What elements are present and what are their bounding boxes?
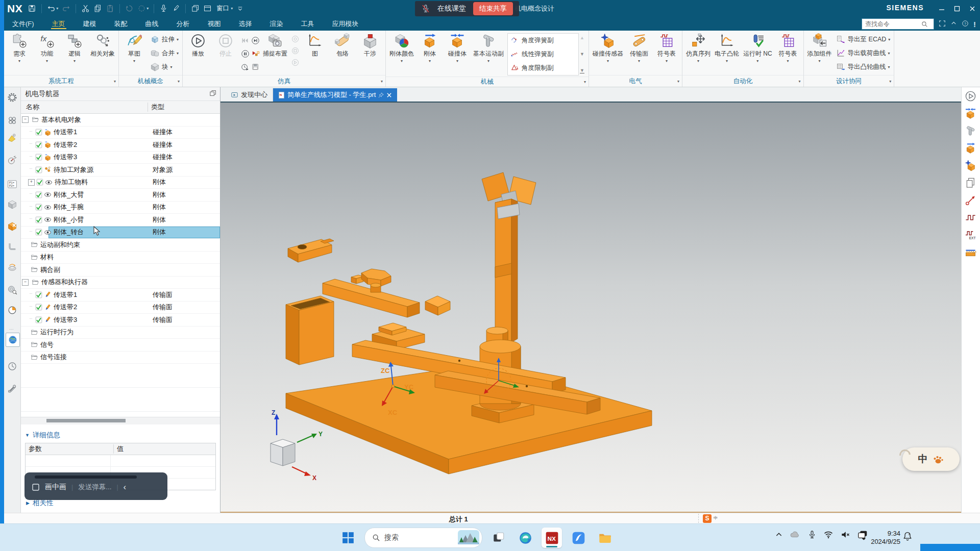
ime-mini-label[interactable]: 中	[714, 516, 718, 520]
resource-motion-navigator-button[interactable]	[6, 261, 18, 273]
paw-icon[interactable]	[932, 453, 944, 465]
checkbox-checked-icon[interactable]	[35, 191, 42, 198]
rewind-button[interactable]	[241, 36, 250, 45]
resource-reuse-library-button[interactable]	[6, 241, 18, 253]
checkbox-checked-icon[interactable]	[35, 129, 42, 136]
column-name[interactable]: 名称	[21, 103, 148, 112]
play-button[interactable]: 播放	[185, 32, 211, 75]
task-view-button[interactable]	[488, 528, 509, 548]
voice-command-button[interactable]	[159, 4, 168, 13]
export-load-curve-button[interactable]: 导出载荷曲线▾	[835, 46, 892, 60]
side-rigid-body-button[interactable]	[965, 142, 977, 155]
hidden-icons-chevron[interactable]	[775, 531, 783, 540]
gallery-share-icon[interactable]	[857, 529, 868, 542]
gallery-more-icon[interactable]: ▼	[580, 68, 584, 73]
save-button[interactable]	[28, 4, 36, 13]
tree-node-label[interactable]: 运动副和约束	[40, 240, 80, 249]
tree-node-label[interactable]: 刚体_转台	[54, 228, 84, 237]
checkbox-checked-icon[interactable]	[35, 229, 42, 236]
resource-measure-button[interactable]	[6, 284, 18, 296]
float-panel-icon[interactable]	[209, 89, 217, 98]
start-button[interactable]	[338, 528, 358, 548]
body-color-button[interactable]: 刚体颜色▾	[388, 32, 415, 77]
menu-item-5[interactable]: 分析	[176, 18, 191, 29]
notification-bell-icon[interactable]: z	[902, 531, 913, 543]
ribbon-group-label[interactable]: 机械▾	[386, 77, 589, 87]
tree-row[interactable]: −基本机电对象	[21, 114, 220, 127]
export-ecad-button[interactable]: 导出至 ECAD▾	[835, 33, 892, 46]
tree-row[interactable]: 信号	[21, 339, 220, 352]
tree-row[interactable]: ┈刚体_大臂刚体	[21, 189, 220, 202]
onedrive-icon[interactable]	[790, 529, 801, 542]
side-external-signal-button[interactable]: EXT	[965, 229, 977, 241]
function-button[interactable]: fx功能▾	[34, 32, 60, 75]
pause-button[interactable]	[241, 49, 250, 58]
checkbox-checked-icon[interactable]	[35, 204, 42, 211]
alert-icon[interactable]: !	[973, 20, 976, 29]
symbol-table-2-button[interactable]: 符号表▾	[775, 32, 801, 75]
resource-assembly-navigator-button[interactable]	[6, 114, 18, 127]
pip-label[interactable]: 画中画	[45, 483, 66, 492]
unite-button[interactable]: 合并▾	[149, 46, 180, 60]
envelope-button[interactable]: 包络	[329, 32, 356, 75]
checkbox-checked-icon[interactable]	[35, 216, 42, 223]
menu-file[interactable]: 文件(F)	[11, 18, 35, 29]
logic-button[interactable]: 逻辑▾	[61, 32, 88, 75]
close-button[interactable]	[965, 0, 980, 17]
tree-row[interactable]: +待加工物料刚体	[21, 177, 220, 189]
menu-item-9[interactable]: 工具	[300, 18, 315, 29]
side-position-control-button[interactable]	[965, 194, 977, 207]
chart-button[interactable]: 图	[302, 32, 328, 75]
redo-button[interactable]	[62, 4, 70, 13]
tree-row[interactable]: ┈刚体_小臂刚体	[21, 214, 220, 227]
side-transport-surface-button[interactable]	[965, 246, 977, 259]
capture-arrangement-button[interactable]: 捕捉布置	[261, 32, 289, 75]
ribbon-group-label[interactable]: 机械概念▾	[119, 75, 182, 87]
copy-button[interactable]	[93, 4, 102, 13]
cut-button[interactable]	[81, 4, 90, 13]
angular-limit-button[interactable]: 角度限制副	[508, 61, 578, 75]
tree-row[interactable]: ┈传送带3碰撞体	[21, 152, 220, 164]
extrude-button[interactable]: 拉伸▾	[149, 33, 180, 46]
tree-row[interactable]: ┈传送带1碰撞体	[21, 127, 220, 139]
export-cam-curve-button[interactable]: 导出凸轮曲线▾	[835, 60, 892, 74]
checkbox-checked-icon[interactable]	[35, 166, 42, 173]
play-circle-small-button[interactable]	[291, 58, 300, 67]
ime-status[interactable]: S 中	[698, 514, 718, 523]
tree-node-label[interactable]: 刚体_小臂	[54, 215, 84, 224]
resource-expressions-button[interactable]: P1=P2=	[6, 178, 18, 190]
tree-node-label[interactable]: 传送带2	[54, 140, 77, 149]
repeat-command-button[interactable]	[125, 4, 134, 13]
sketch-button[interactable]: 草图▾	[121, 32, 148, 75]
side-collision-sensor-button[interactable]	[965, 160, 977, 172]
tree-row[interactable]: ┈刚体_手腕刚体	[21, 202, 220, 214]
tree-row[interactable]: ┈传送带3传输面	[21, 314, 220, 327]
resource-system-monitor-button[interactable]	[6, 304, 18, 316]
collapse-ribbon-icon[interactable]	[950, 20, 957, 28]
taskbar-clock[interactable]: 9:34 2024/9/25	[869, 530, 900, 546]
maximize-button[interactable]	[949, 0, 965, 17]
side-signal-button[interactable]	[965, 212, 977, 224]
window-menu[interactable]: 窗口▾	[216, 4, 233, 13]
selection-filter-button[interactable]: ▾	[137, 4, 149, 13]
side-duplicate-button[interactable]	[965, 177, 977, 189]
tree-node-label[interactable]: 运行时行为	[40, 328, 74, 337]
ribbon-group-label[interactable]: 系统工程▾	[4, 75, 118, 87]
checkbox-checked-icon[interactable]	[35, 316, 42, 323]
ribbon-group-label[interactable]: 仿真▾	[183, 75, 385, 87]
gallery-down-icon[interactable]: ▼	[580, 52, 584, 57]
cascade-windows-button[interactable]	[191, 4, 200, 13]
tree-node-label[interactable]: 传送带3	[54, 153, 77, 162]
tree-expander[interactable]: −	[22, 116, 29, 123]
tree-node-label[interactable]: 耦合副	[40, 265, 60, 274]
collapse-triangle-icon[interactable]: ▼	[25, 433, 30, 438]
resource-collision-check-button[interactable]	[6, 220, 18, 233]
requirement-button[interactable]: 需求▾	[6, 32, 33, 75]
resource-constraint-navigator-button[interactable]	[6, 132, 18, 144]
pin-icon[interactable]	[378, 92, 384, 98]
tree-expander[interactable]: −	[22, 279, 29, 286]
add-component-button[interactable]: 添加组件▾	[806, 32, 834, 75]
checkbox-checked-icon[interactable]	[36, 179, 43, 186]
tab-document-active[interactable]: N 简单生产线练习模型 - 学生.prt	[273, 88, 397, 102]
tree-node-label[interactable]: 传送带1	[54, 290, 77, 299]
